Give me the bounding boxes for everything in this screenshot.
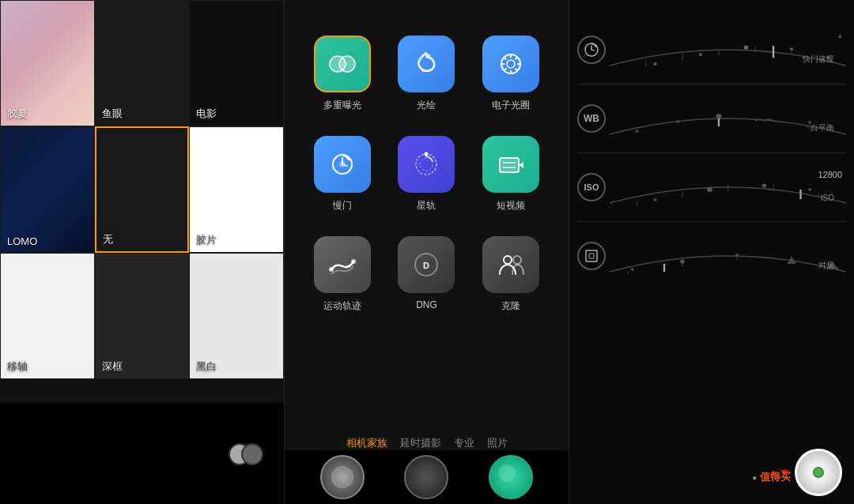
wb-label: WB — [584, 113, 599, 124]
app-multiexp-label: 多重曝光 — [323, 99, 361, 112]
filter-movie[interactable]: 电影 — [189, 0, 284, 126]
filter-fisheye-label: 鱼眼 — [102, 107, 123, 121]
svg-rect-63 — [589, 254, 594, 258]
iso-label: ISO — [584, 182, 599, 192]
right-bottom-controls — [569, 441, 854, 504]
tab-camera-family[interactable]: 相机家族 — [346, 436, 387, 450]
app-dng[interactable]: D DNG — [384, 224, 468, 325]
svg-rect-62 — [586, 250, 597, 261]
shutter-speed-arc[interactable]: + 快门速度 — [610, 30, 846, 70]
iso-icon-circle[interactable]: ISO — [577, 173, 606, 201]
filter-grid: 胶夏 鱼眼 电影 LOMO 无 胶片 移轴 深框 黑白 — [0, 0, 284, 403]
app-aperture-label: 电子光圈 — [492, 99, 530, 112]
app-slowmo[interactable]: 慢门 — [300, 124, 384, 224]
svg-point-59 — [707, 187, 712, 192]
app-shortvideo-label: 短视频 — [497, 199, 525, 213]
wb-arc[interactable]: * 白平衡 — [610, 99, 846, 138]
app-startrail[interactable]: 星轨 — [384, 124, 468, 224]
svg-point-41 — [653, 62, 657, 66]
iso-arc[interactable]: 12800 ISO — [610, 167, 846, 207]
filter-lomo[interactable]: LOMO — [0, 126, 95, 253]
svg-point-30 — [513, 256, 521, 264]
app-aperture[interactable]: 电子光圈 — [469, 24, 553, 124]
settings-panel: + 快门速度 WB * — [569, 0, 854, 504]
svg-line-9 — [504, 58, 506, 60]
app-shortvideo[interactable]: 短视频 — [469, 124, 553, 224]
filter-retro[interactable]: 胶夏 — [0, 0, 95, 126]
app-multiexp[interactable]: 多重曝光 — [300, 24, 384, 124]
filter-retro-label: 胶夏 — [7, 107, 28, 121]
wb-icon-circle[interactable]: WB — [577, 104, 606, 133]
right-shutter-inner — [813, 467, 824, 478]
filter-darkframe[interactable]: 深框 — [95, 253, 190, 379]
lightpaint-icon — [398, 36, 455, 92]
app-panel: 多重曝光 光绘 — [285, 0, 569, 504]
shortvideo-icon — [482, 136, 539, 193]
svg-point-43 — [744, 46, 749, 50]
filter-fisheye[interactable]: 鱼眼 — [95, 0, 190, 126]
app-dng-label: DNG — [416, 299, 437, 310]
app-slowmo-label: 慢门 — [333, 199, 352, 213]
filter-none[interactable]: 无 — [95, 126, 190, 253]
motion-icon — [314, 236, 371, 293]
filter-tilt[interactable]: 移轴 — [0, 253, 95, 379]
filter-film[interactable]: 胶片 — [189, 126, 284, 253]
wb-unit: 白平衡 — [811, 122, 834, 134]
shutter-speed-icon-circle[interactable] — [577, 36, 606, 64]
mode-selector-btn[interactable] — [320, 455, 365, 499]
svg-line-12 — [504, 69, 506, 71]
svg-line-11 — [515, 58, 517, 60]
focus-icon-circle[interactable] — [577, 242, 606, 270]
slowmo-icon — [314, 136, 371, 193]
watermark-text: 值得买 — [760, 471, 791, 483]
filter-panel: 胶夏 鱼眼 电影 LOMO 无 胶片 移轴 深框 黑白 — [0, 0, 285, 504]
multiexp-icon — [314, 36, 371, 92]
left-bottom-controls — [0, 403, 284, 504]
filter-none-label: 无 — [103, 232, 113, 246]
mode-tabs: 相机家族 延时摄影 专业 照片 — [285, 436, 569, 450]
shutter-speed-row: + 快门速度 — [569, 16, 854, 84]
svg-point-25 — [329, 267, 334, 272]
app-clone[interactable]: 克隆 — [469, 224, 553, 325]
clone-icon — [482, 236, 539, 293]
app-clone-label: 克隆 — [501, 299, 520, 313]
svg-point-60 — [762, 184, 767, 188]
filter-lomo-label: LOMO — [7, 235, 37, 247]
svg-point-42 — [699, 53, 703, 56]
dng-icon: D — [398, 236, 455, 293]
filter-film-label: 胶片 — [196, 233, 217, 247]
svg-point-71 — [680, 260, 685, 264]
tab-timelapse[interactable]: 延时摄影 — [400, 436, 441, 450]
svg-point-18 — [416, 154, 436, 175]
teal-shutter-button[interactable] — [489, 455, 533, 499]
svg-point-26 — [351, 259, 356, 264]
aperture-icon — [482, 36, 539, 92]
app-motion[interactable]: 运动轨迹 — [300, 224, 384, 325]
iso-value: 12800 — [818, 170, 842, 179]
svg-point-13 — [507, 60, 515, 68]
filter-bw-label: 黑白 — [196, 359, 217, 374]
shutter-button[interactable] — [404, 455, 448, 499]
filter-bw[interactable]: 黑白 — [189, 253, 284, 379]
svg-point-72 — [735, 254, 739, 257]
avatar-2 — [241, 443, 263, 465]
tab-pro[interactable]: 专业 — [454, 436, 474, 450]
shutter-speed-value: + — [837, 32, 842, 41]
filter-tilt-label: 移轴 — [7, 359, 28, 374]
focus-arc[interactable]: 对焦 — [610, 236, 846, 276]
svg-point-44 — [790, 47, 794, 51]
svg-point-47 — [635, 130, 639, 133]
right-shutter-button[interactable] — [795, 449, 842, 496]
shutter-speed-unit: 快门速度 — [803, 54, 834, 65]
mode-selector-inner — [331, 466, 353, 488]
svg-point-3 — [421, 69, 425, 72]
app-motion-label: 运动轨迹 — [323, 299, 361, 313]
svg-point-58 — [653, 198, 657, 201]
startrail-icon — [398, 136, 455, 193]
app-lightpaint[interactable]: 光绘 — [384, 24, 468, 124]
svg-point-61 — [808, 188, 812, 191]
tab-photo[interactable]: 照片 — [487, 436, 508, 450]
avatar-stack[interactable] — [229, 440, 268, 468]
svg-point-29 — [504, 256, 512, 264]
svg-text:*: * — [807, 126, 809, 132]
